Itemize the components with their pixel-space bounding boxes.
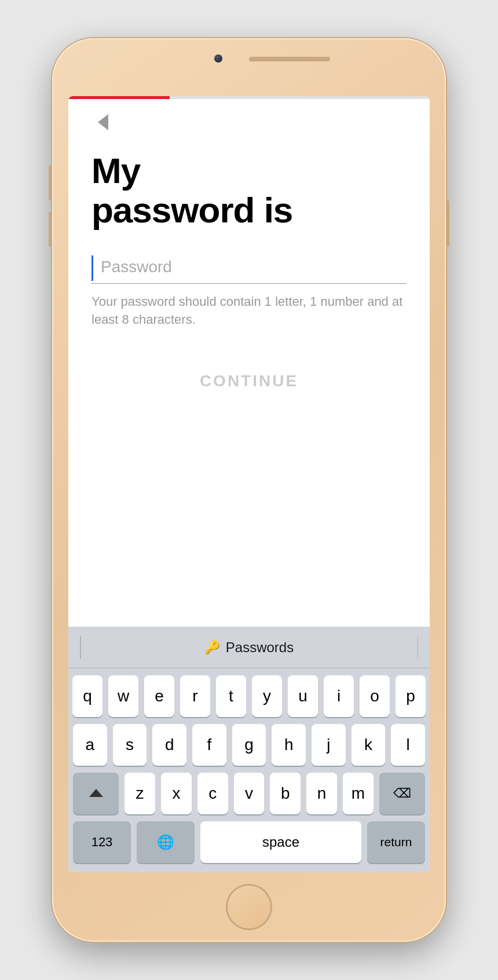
volume-up-button bbox=[49, 166, 52, 200]
cursor-indicator bbox=[91, 255, 93, 281]
key-t[interactable]: t bbox=[216, 675, 246, 717]
key-row-1: q w e r t y u i o p bbox=[73, 675, 425, 717]
key-w[interactable]: w bbox=[108, 675, 138, 717]
app-content: Mypassword is Your password should conta… bbox=[68, 99, 430, 627]
passwords-label: Passwords bbox=[226, 639, 294, 656]
shift-key[interactable] bbox=[73, 773, 119, 814]
speaker bbox=[249, 57, 330, 61]
delete-icon: ⌫ bbox=[393, 786, 411, 801]
phone-top bbox=[52, 38, 446, 96]
key-d[interactable]: d bbox=[152, 724, 186, 766]
page-title: Mypassword is bbox=[91, 151, 407, 230]
front-camera bbox=[214, 54, 222, 63]
key-j[interactable]: j bbox=[312, 724, 346, 766]
key-y[interactable]: y bbox=[252, 675, 282, 717]
home-button[interactable] bbox=[226, 884, 272, 930]
key-q[interactable]: q bbox=[72, 675, 102, 717]
delete-key[interactable]: ⌫ bbox=[379, 773, 425, 814]
phone-outer: Mypassword is Your password should conta… bbox=[52, 38, 446, 942]
key-row-3: z x c v b n m ⌫ bbox=[73, 773, 425, 814]
key-row-2: a s d f g h j k l bbox=[73, 724, 425, 766]
globe-key[interactable]: 🌐 bbox=[137, 821, 195, 863]
key-p[interactable]: p bbox=[396, 675, 426, 717]
keyboard-rows: q w e r t y u i o p a s bbox=[68, 668, 430, 872]
keyboard: 🔑 Passwords q w e r t y u bbox=[68, 627, 430, 872]
key-x[interactable]: x bbox=[161, 773, 192, 814]
key-g[interactable]: g bbox=[232, 724, 266, 766]
key-v[interactable]: v bbox=[234, 773, 265, 814]
key-n[interactable]: n bbox=[306, 773, 337, 814]
key-e[interactable]: e bbox=[144, 675, 174, 717]
shift-arrow-icon bbox=[89, 789, 103, 797]
key-f[interactable]: f bbox=[192, 724, 226, 766]
key-o[interactable]: o bbox=[360, 675, 390, 717]
key-m[interactable]: m bbox=[343, 773, 374, 814]
key-s[interactable]: s bbox=[113, 724, 147, 766]
password-input[interactable] bbox=[91, 253, 407, 284]
password-hint: Your password should contain 1 letter, 1… bbox=[91, 293, 407, 329]
key-r[interactable]: r bbox=[180, 675, 210, 717]
key-k[interactable]: k bbox=[351, 724, 386, 766]
key-l[interactable]: l bbox=[391, 724, 425, 766]
back-chevron-icon bbox=[98, 114, 108, 130]
key-z[interactable]: z bbox=[124, 773, 155, 814]
passwords-suggestion[interactable]: 🔑 Passwords bbox=[86, 639, 413, 656]
key-i[interactable]: i bbox=[324, 675, 354, 717]
key-icon: 🔑 bbox=[204, 640, 220, 655]
volume-down-button bbox=[49, 212, 52, 247]
numbers-key[interactable]: 123 bbox=[73, 821, 131, 863]
back-button[interactable] bbox=[91, 111, 115, 134]
continue-button[interactable]: CONTINUE bbox=[91, 358, 407, 404]
suggestion-divider-left bbox=[80, 636, 81, 659]
key-b[interactable]: b bbox=[270, 773, 301, 814]
keyboard-suggestions-bar: 🔑 Passwords bbox=[68, 627, 430, 668]
password-input-wrapper bbox=[91, 253, 407, 284]
space-key[interactable]: space bbox=[200, 821, 361, 863]
home-button-area bbox=[52, 872, 446, 942]
key-row-4: 123 🌐 space return bbox=[73, 821, 425, 863]
key-h[interactable]: h bbox=[272, 724, 306, 766]
suggestion-divider-right bbox=[418, 636, 419, 659]
key-c[interactable]: c bbox=[197, 773, 228, 814]
key-u[interactable]: u bbox=[288, 675, 318, 717]
power-button bbox=[446, 200, 449, 247]
return-key[interactable]: return bbox=[367, 821, 425, 863]
key-a[interactable]: a bbox=[73, 724, 107, 766]
phone-frame: Mypassword is Your password should conta… bbox=[0, 0, 498, 980]
screen: Mypassword is Your password should conta… bbox=[68, 96, 430, 872]
